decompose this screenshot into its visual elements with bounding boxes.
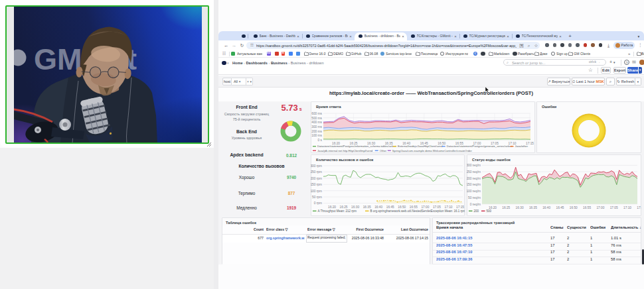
svg-text:17:00: 17:00 xyxy=(596,206,604,209)
svg-text:200 rpm: 200 rpm xyxy=(311,177,322,180)
svg-text:16:20: 16:20 xyxy=(489,206,497,209)
svg-text:17:15: 17:15 xyxy=(637,206,641,209)
svg-text:17:15: 17:15 xyxy=(456,205,464,209)
svg-text:16:30: 16:30 xyxy=(351,205,359,209)
svg-text:17:05: 17:05 xyxy=(610,206,618,209)
svg-text:17:05: 17:05 xyxy=(433,205,441,209)
svg-text:Datastore/statement/Postgres/i: Datastore/statement/Postgres/information… xyxy=(317,144,397,148)
svg-text:200: 200 xyxy=(474,209,479,213)
svg-text:0 rpm: 0 rpm xyxy=(314,202,322,205)
svg-text:External/nodejs/JavaHttpClient: External/nodejs/JavaHttpClient/send xyxy=(398,144,443,148)
svg-text:A Throughput Mean: 212 rpm: A Throughput Mean: 212 rpm xyxy=(318,209,357,213)
svg-text:250 req/m: 250 req/m xyxy=(467,170,481,174)
svg-text:100 ms: 100 ms xyxy=(311,134,322,137)
svg-text:250 rpm: 250 rpm xyxy=(311,170,322,174)
svg-text:50 req/m: 50 req/m xyxy=(468,196,481,200)
svg-text:16:25: 16:25 xyxy=(502,206,510,209)
svg-text:150 rpm: 150 rpm xyxy=(311,183,322,186)
svg-text:200 req/m: 200 req/m xyxy=(467,177,481,180)
svg-text:16:40: 16:40 xyxy=(374,205,382,209)
svg-text:0 req/m: 0 req/m xyxy=(470,203,481,206)
svg-text:16:45: 16:45 xyxy=(556,206,564,209)
svg-text:16:55: 16:55 xyxy=(583,206,591,209)
svg-text:Java/other: Java/other xyxy=(515,144,528,148)
svg-text:500 ms: 500 ms xyxy=(311,117,322,120)
svg-text:150 req/m: 150 req/m xyxy=(467,183,481,186)
svg-text:17:00: 17:00 xyxy=(421,205,429,209)
svg-text:300 req/m: 300 req/m xyxy=(467,164,481,167)
svg-text:16:30: 16:30 xyxy=(516,206,524,209)
svg-text:50 rpm: 50 rpm xyxy=(312,196,322,199)
svg-text:16:45: 16:45 xyxy=(386,205,394,209)
svg-text:16:55: 16:55 xyxy=(410,205,418,209)
svg-text:16:40: 16:40 xyxy=(542,206,550,209)
svg-text:300 rpm: 300 rpm xyxy=(311,164,322,168)
svg-text:Datastore/statement/Postgres/g: Datastore/statement/Postgres/generate_se… xyxy=(447,144,513,148)
svg-text:400 ms: 400 ms xyxy=(311,121,322,124)
svg-text:600 ms: 600 ms xyxy=(311,112,322,115)
svg-text:Spring/Java/com.example.demo.W: Spring/Java/com.example.demo.WelcomeCont… xyxy=(392,149,473,152)
svg-text:17:10: 17:10 xyxy=(444,205,452,209)
svg-text:0 s: 0 s xyxy=(318,139,323,142)
svg-text:300 ms: 300 ms xyxy=(311,125,322,129)
svg-text:500: 500 xyxy=(487,209,492,213)
svg-text:100 req/m: 100 req/m xyxy=(467,190,481,193)
svg-text:B org.springframework.web.util: B org.springframework.web.util.NestedSer… xyxy=(370,209,465,213)
svg-text:Other: Other xyxy=(380,149,387,152)
svg-text:200 ms: 200 ms xyxy=(311,130,322,133)
svg-text:16:20: 16:20 xyxy=(328,205,336,209)
svg-text:100 rpm: 100 rpm xyxy=(311,190,322,193)
svg-text:Java/jdk.internal.net.http.Htt: Java/jdk.internal.net.http.HttpClientImp… xyxy=(317,149,373,152)
svg-text:16:25: 16:25 xyxy=(340,205,348,209)
svg-text:16:50: 16:50 xyxy=(570,206,578,209)
svg-text:16:35: 16:35 xyxy=(529,206,537,209)
svg-text:17:10: 17:10 xyxy=(623,206,631,209)
svg-text:16:35: 16:35 xyxy=(363,205,371,209)
svg-text:16:50: 16:50 xyxy=(398,205,406,209)
